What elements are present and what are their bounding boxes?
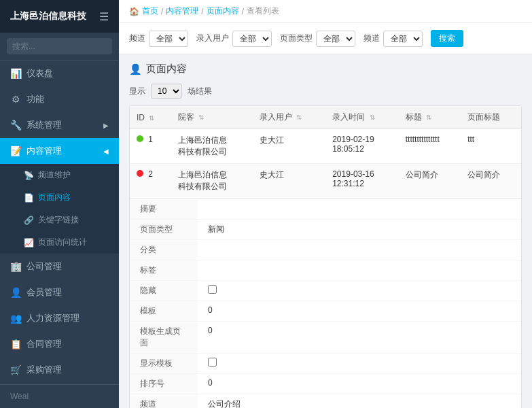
sidebar-item-dashboard[interactable]: 📊 仪表盘 <box>0 61 119 86</box>
col-title: 标题 ⇅ <box>399 106 461 129</box>
sidebar-item-label: 仪表盘 <box>26 67 53 80</box>
sort-icon-client[interactable]: ⇅ <box>198 114 204 121</box>
breadcrumb: 🏠 首页 / 内容管理 / 页面内容 / 查看列表 <box>119 0 532 23</box>
detail-label: 模板 <box>130 301 198 322</box>
detail-field-row: 标签 <box>130 260 521 281</box>
page-icon: 👤 <box>129 63 142 75</box>
filter-bar: 频道 全部 录入用户 全部 页面类型 全部 频道 全部 搜索 <box>119 23 532 54</box>
sort-icon-enter-time[interactable]: ⇅ <box>370 114 375 121</box>
detail-label: 模板生成页面 <box>130 322 198 354</box>
sidebar-item-label: 公司管理 <box>26 260 62 273</box>
content-area: 👤 页面内容 显示 10 20 50 场结果 ID ⇅ <box>119 54 532 408</box>
detail-row: 摘要 页面类型 新闻 分类 <box>130 199 521 409</box>
status-dot-green <box>137 135 143 142</box>
detail-field-row: 模板 0 <box>130 301 521 322</box>
detail-field-row: 频道 公司介绍 <box>130 394 521 409</box>
detail-label: 显示模板 <box>130 354 198 374</box>
detail-value <box>198 281 521 301</box>
cell-enter-time: 2019-03-16 12:31:12 <box>325 164 399 199</box>
sidebar-item-hr[interactable]: 👥 人力资源管理 <box>0 305 119 331</box>
channel-select[interactable]: 全部 <box>149 31 188 47</box>
data-table-wrapper: ID ⇅ 院客 ⇅ 录入用户 ⇅ 录入时间 ⇅ <box>129 105 522 408</box>
sort-icon-title[interactable]: ⇅ <box>426 114 431 121</box>
detail-value <box>198 199 521 220</box>
col-client: 院客 ⇅ <box>171 106 253 129</box>
detail-label: 频道 <box>130 394 198 409</box>
sidebar-title: 上海邑泊信息科技 <box>10 10 86 22</box>
sort-icon-enter-user[interactable]: ⇅ <box>296 114 302 121</box>
sidebar-item-page-content[interactable]: 📄 页面内容 <box>0 186 119 209</box>
page-type-filter: 页面类型 全部 <box>280 31 355 47</box>
channel-filter: 频道 全部 <box>129 31 188 47</box>
show-count-select[interactable]: 10 20 50 <box>151 84 182 99</box>
detail-label: 排序号 <box>130 374 198 394</box>
page-title-container: 👤 页面内容 <box>129 63 522 75</box>
breadcrumb-page-content[interactable]: 页面内容 <box>207 5 239 17</box>
sidebar-item-purchase[interactable]: 🛒 采购管理 <box>0 357 119 383</box>
frequency-select[interactable]: 全部 <box>383 31 423 47</box>
table-header-row: ID ⇅ 院客 ⇅ 录入用户 ⇅ 录入时间 ⇅ <box>130 106 521 129</box>
chevron-right-icon: ▶ <box>103 122 109 129</box>
detail-label: 隐藏 <box>130 281 198 301</box>
detail-field-row: 显示模板 <box>130 354 521 374</box>
sidebar-item-function[interactable]: ⚙ 功能 <box>0 86 119 112</box>
sidebar-item-contract[interactable]: 📋 合同管理 <box>0 331 119 357</box>
sidebar-item-channel[interactable]: 📡 频道维护 <box>0 164 119 186</box>
sort-icon-id[interactable]: ⇅ <box>149 114 154 122</box>
home-icon: 🏠 <box>129 7 139 16</box>
sidebar-subnav-content: 📡 频道维护 📄 页面内容 🔗 关键字链接 📈 页面访问统计 <box>0 164 119 254</box>
dashboard-icon: 📊 <box>10 68 21 79</box>
hidden-checkbox[interactable] <box>208 285 217 294</box>
breadcrumb-home[interactable]: 首页 <box>142 5 158 17</box>
data-table: ID ⇅ 院客 ⇅ 录入用户 ⇅ 录入时间 ⇅ <box>130 106 521 408</box>
sidebar-item-label: 会员管理 <box>26 286 62 299</box>
sidebar-item-label: 采购管理 <box>26 364 62 376</box>
search-input[interactable] <box>7 38 112 54</box>
main-content: 🏠 首页 / 内容管理 / 页面内容 / 查看列表 频道 全部 录入用户 全部 … <box>119 0 532 408</box>
enter-user-select[interactable]: 全部 <box>232 31 272 47</box>
detail-label: 标签 <box>130 260 198 281</box>
sidebar-item-company[interactable]: 🏢 公司管理 <box>0 254 119 279</box>
page-type-select[interactable]: 全部 <box>316 31 355 47</box>
sidebar: 上海邑泊信息科技 ☰ 📊 仪表盘 ⚙ 功能 🔧 系统管理 ▶ 📝 内容管理 ◀ … <box>0 0 119 408</box>
results-label: 场结果 <box>188 86 212 97</box>
menu-toggle-icon[interactable]: ☰ <box>99 10 109 23</box>
function-icon: ⚙ <box>10 94 21 105</box>
cell-id: 2 <box>130 164 171 199</box>
frequency-label: 频道 <box>363 33 380 44</box>
cell-client: 上海邑泊信息 科技有限公司 <box>171 129 253 164</box>
sub-item-label: 页面内容 <box>38 192 71 203</box>
cell-enter-time: 2019-02-19 18:05:12 <box>325 129 399 164</box>
detail-value: 新闻 <box>198 220 521 240</box>
member-icon: 👤 <box>10 287 21 298</box>
search-button[interactable]: 搜索 <box>431 30 463 47</box>
sidebar-item-keyword-link[interactable]: 🔗 关键字链接 <box>0 209 119 231</box>
sidebar-item-page-stats[interactable]: 📈 页面访问统计 <box>0 231 119 254</box>
col-enter-time: 录入时间 ⇅ <box>325 106 399 129</box>
sidebar-item-content[interactable]: 📝 内容管理 ◀ <box>0 138 119 164</box>
breadcrumb-content-mgmt[interactable]: 内容管理 <box>166 5 198 17</box>
sub-item-label: 频道维护 <box>38 169 71 181</box>
sidebar-item-member[interactable]: 👤 会员管理 <box>0 279 119 305</box>
show-bar: 显示 10 20 50 场结果 <box>129 84 522 99</box>
col-page-title: 页面标题 <box>461 106 521 129</box>
contract-icon: 📋 <box>10 339 21 350</box>
sidebar-item-label: 合同管理 <box>26 338 62 350</box>
hr-icon: 👥 <box>10 313 21 324</box>
purchase-icon: 🛒 <box>10 364 21 375</box>
detail-value: 0 <box>198 301 521 322</box>
status-dot-red <box>137 170 143 177</box>
detail-value <box>198 354 521 374</box>
sidebar-item-system[interactable]: 🔧 系统管理 ▶ <box>0 112 119 138</box>
table-row[interactable]: 2 上海邑泊信息 科技有限公司 史大江 2019-03-16 12:31:12 … <box>130 164 521 199</box>
detail-value: 公司介绍 <box>198 394 521 409</box>
detail-value <box>198 260 521 281</box>
page-content-icon: 📄 <box>24 193 34 203</box>
chevron-left-icon: ◀ <box>103 148 109 155</box>
cell-title: 公司简介 <box>399 164 461 199</box>
table-row[interactable]: 1 上海邑泊信息 科技有限公司 史大江 2019-02-19 18:05:12 … <box>130 129 521 164</box>
show-template-checkbox[interactable] <box>208 358 217 367</box>
channel-icon: 📡 <box>24 171 34 180</box>
sub-item-label: 页面访问统计 <box>38 237 87 248</box>
col-enter-user: 录入用户 ⇅ <box>253 106 326 129</box>
